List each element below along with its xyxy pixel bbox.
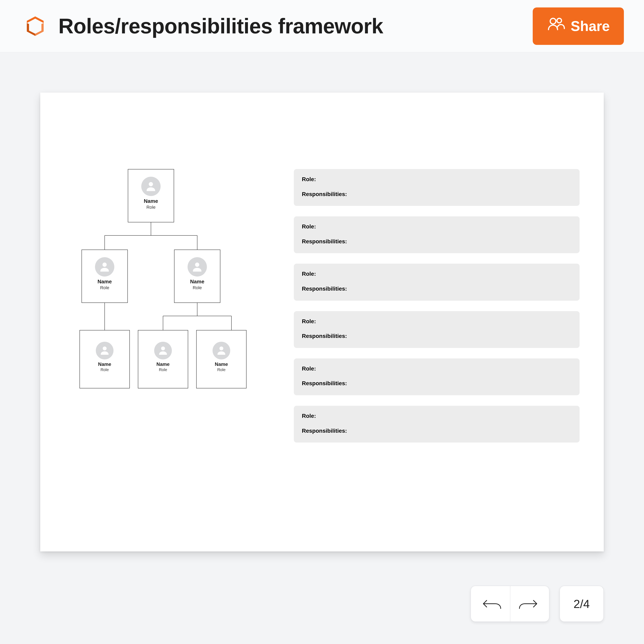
svg-point-9 — [161, 347, 165, 350]
org-node[interactable]: Name Role — [128, 169, 174, 222]
svg-point-4 — [557, 18, 562, 23]
svg-point-3 — [550, 18, 556, 24]
undo-redo-group — [471, 586, 549, 622]
responsibility-card[interactable]: Role: Responsibilities: — [294, 406, 580, 443]
responsibilities-label: Responsibilities: — [302, 191, 572, 198]
undo-icon — [481, 597, 503, 611]
role-label: Role: — [302, 223, 572, 230]
responsibilities-label: Responsibilities: — [302, 380, 572, 387]
app-logo-icon — [24, 15, 46, 37]
svg-marker-1 — [27, 23, 35, 36]
avatar-icon — [96, 342, 114, 359]
org-node-name: Name — [98, 361, 111, 367]
org-chart[interactable]: Name Role Name Role Name Role — [64, 169, 262, 400]
share-button[interactable]: Share — [533, 7, 624, 45]
bottom-controls: 2/4 — [471, 586, 604, 622]
org-node[interactable]: Name Role — [79, 330, 130, 388]
responsibility-card[interactable]: Role: Responsibilities: — [294, 358, 580, 395]
org-node-name: Name — [215, 361, 228, 367]
canvas-area: Name Role Name Role Name Role — [0, 52, 644, 559]
responsibility-card[interactable]: Role: Responsibilities: — [294, 311, 580, 348]
org-node-role: Role — [146, 205, 155, 210]
role-label: Role: — [302, 176, 572, 183]
role-label: Role: — [302, 270, 572, 277]
people-icon — [547, 15, 565, 37]
avatar-icon — [141, 177, 161, 196]
responsibilities-label: Responsibilities: — [302, 285, 572, 292]
org-node-role: Role — [193, 285, 202, 290]
redo-button[interactable] — [510, 586, 546, 621]
document-page[interactable]: Name Role Name Role Name Role — [40, 93, 604, 551]
document-title: Roles/responsibilities framework — [58, 14, 521, 38]
org-node-name: Name — [98, 279, 112, 285]
org-node[interactable]: Name Role — [82, 250, 128, 303]
org-node-role: Role — [100, 367, 109, 372]
responsibilities-label: Responsibilities: — [302, 238, 572, 245]
svg-point-10 — [219, 347, 223, 350]
org-node-name: Name — [144, 198, 158, 204]
responsibility-card[interactable]: Role: Responsibilities: — [294, 216, 580, 253]
avatar-icon — [95, 257, 114, 277]
page-indicator-text: 2/4 — [574, 597, 590, 611]
svg-point-6 — [102, 263, 107, 267]
redo-icon — [517, 597, 539, 611]
org-node-name: Name — [156, 361, 169, 367]
responsibility-card[interactable]: Role: Responsibilities: — [294, 264, 580, 300]
svg-marker-0 — [27, 16, 44, 23]
org-node-role: Role — [100, 285, 109, 290]
page-indicator[interactable]: 2/4 — [559, 586, 604, 622]
org-node[interactable]: Name Role — [174, 250, 220, 303]
avatar-icon — [213, 342, 230, 359]
org-node[interactable]: Name Role — [138, 330, 188, 388]
svg-point-7 — [195, 263, 199, 267]
org-node[interactable]: Name Role — [196, 330, 247, 388]
role-label: Role: — [302, 318, 572, 325]
role-label: Role: — [302, 413, 572, 419]
responsibilities-label: Responsibilities: — [302, 333, 572, 340]
responsibilities-column: Role: Responsibilities: Role: Responsibi… — [294, 169, 580, 511]
avatar-icon — [154, 342, 172, 359]
org-node-name: Name — [190, 279, 204, 285]
responsibility-card[interactable]: Role: Responsibilities: — [294, 169, 580, 206]
responsibilities-label: Responsibilities: — [302, 427, 572, 434]
svg-point-8 — [103, 347, 106, 350]
share-button-label: Share — [571, 18, 610, 34]
svg-marker-2 — [35, 23, 44, 36]
org-node-role: Role — [159, 367, 167, 372]
role-label: Role: — [302, 365, 572, 372]
org-node-role: Role — [217, 367, 225, 372]
undo-button[interactable] — [474, 586, 510, 621]
app-header: Roles/responsibilities framework Share — [0, 0, 644, 52]
svg-point-5 — [149, 182, 153, 186]
avatar-icon — [188, 257, 207, 277]
